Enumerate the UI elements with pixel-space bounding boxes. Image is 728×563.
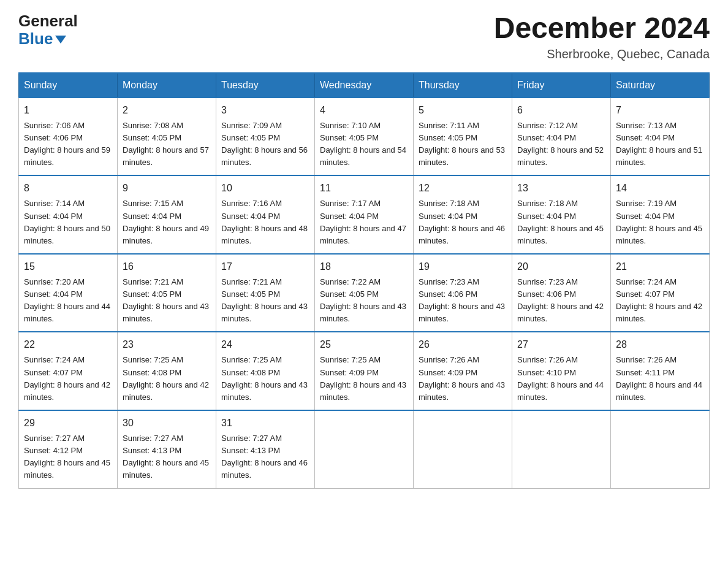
logo-general-text: General: [18, 12, 78, 30]
day-number: 15: [24, 259, 112, 274]
day-info: Sunrise: 7:08 AMSunset: 4:05 PMDaylight:…: [123, 121, 209, 167]
logo-arrow-icon: [55, 36, 66, 44]
calendar-cell: 23 Sunrise: 7:25 AMSunset: 4:08 PMDaylig…: [118, 332, 216, 410]
day-number: 14: [616, 181, 704, 196]
calendar-cell: 27 Sunrise: 7:26 AMSunset: 4:10 PMDaylig…: [512, 332, 611, 410]
day-number: 7: [616, 103, 704, 118]
day-info: Sunrise: 7:10 AMSunset: 4:05 PMDaylight:…: [320, 121, 406, 167]
day-info: Sunrise: 7:06 AMSunset: 4:06 PMDaylight:…: [24, 121, 110, 167]
calendar-cell: 6 Sunrise: 7:12 AMSunset: 4:04 PMDayligh…: [512, 98, 611, 176]
day-number: 28: [616, 337, 704, 352]
calendar-day-header-wednesday: Wednesday: [315, 73, 414, 98]
calendar-week-row: 29 Sunrise: 7:27 AMSunset: 4:12 PMDaylig…: [19, 410, 710, 488]
day-info: Sunrise: 7:15 AMSunset: 4:04 PMDaylight:…: [123, 199, 209, 245]
day-number: 17: [221, 259, 309, 274]
day-info: Sunrise: 7:16 AMSunset: 4:04 PMDaylight:…: [221, 199, 308, 245]
calendar-cell: 13 Sunrise: 7:18 AMSunset: 4:04 PMDaylig…: [512, 175, 611, 254]
calendar-cell: 22 Sunrise: 7:24 AMSunset: 4:07 PMDaylig…: [19, 332, 118, 410]
calendar-week-row: 1 Sunrise: 7:06 AMSunset: 4:06 PMDayligh…: [19, 98, 710, 176]
calendar-cell: 9 Sunrise: 7:15 AMSunset: 4:04 PMDayligh…: [118, 175, 216, 254]
calendar-cell: 8 Sunrise: 7:14 AMSunset: 4:04 PMDayligh…: [19, 175, 118, 254]
calendar-day-header-thursday: Thursday: [414, 73, 512, 98]
calendar-cell: 10 Sunrise: 7:16 AMSunset: 4:04 PMDaylig…: [216, 175, 315, 254]
day-number: 20: [517, 259, 605, 274]
day-info: Sunrise: 7:09 AMSunset: 4:05 PMDaylight:…: [221, 121, 308, 167]
day-number: 18: [320, 259, 408, 274]
calendar-cell: 14 Sunrise: 7:19 AMSunset: 4:04 PMDaylig…: [611, 175, 710, 254]
day-info: Sunrise: 7:27 AMSunset: 4:13 PMDaylight:…: [123, 434, 209, 480]
calendar-day-header-saturday: Saturday: [611, 73, 710, 98]
day-number: 19: [419, 259, 507, 274]
day-info: Sunrise: 7:13 AMSunset: 4:04 PMDaylight:…: [616, 121, 702, 167]
calendar-cell: [611, 410, 710, 488]
calendar-day-header-monday: Monday: [118, 73, 216, 98]
calendar-cell: 11 Sunrise: 7:17 AMSunset: 4:04 PMDaylig…: [315, 175, 414, 254]
calendar-cell: 16 Sunrise: 7:21 AMSunset: 4:05 PMDaylig…: [118, 254, 216, 332]
day-number: 30: [123, 416, 211, 431]
day-number: 29: [24, 416, 112, 431]
day-info: Sunrise: 7:21 AMSunset: 4:05 PMDaylight:…: [221, 277, 308, 323]
day-info: Sunrise: 7:11 AMSunset: 4:05 PMDaylight:…: [419, 121, 505, 167]
calendar-cell: 30 Sunrise: 7:27 AMSunset: 4:13 PMDaylig…: [118, 410, 216, 488]
day-info: Sunrise: 7:14 AMSunset: 4:04 PMDaylight:…: [24, 199, 110, 245]
calendar-cell: [315, 410, 414, 488]
day-number: 4: [320, 103, 408, 118]
calendar-day-header-friday: Friday: [512, 73, 611, 98]
day-number: 9: [123, 181, 211, 196]
month-title: December 2024: [494, 12, 710, 45]
calendar-day-header-tuesday: Tuesday: [216, 73, 315, 98]
calendar-day-header-sunday: Sunday: [19, 73, 118, 98]
calendar-week-row: 22 Sunrise: 7:24 AMSunset: 4:07 PMDaylig…: [19, 332, 710, 410]
day-number: 22: [24, 337, 112, 352]
day-number: 26: [419, 337, 507, 352]
calendar-cell: 17 Sunrise: 7:21 AMSunset: 4:05 PMDaylig…: [216, 254, 315, 332]
day-number: 11: [320, 181, 408, 196]
day-info: Sunrise: 7:22 AMSunset: 4:05 PMDaylight:…: [320, 277, 406, 323]
day-number: 13: [517, 181, 605, 196]
calendar-cell: 4 Sunrise: 7:10 AMSunset: 4:05 PMDayligh…: [315, 98, 414, 176]
calendar-cell: 19 Sunrise: 7:23 AMSunset: 4:06 PMDaylig…: [414, 254, 512, 332]
calendar-cell: 7 Sunrise: 7:13 AMSunset: 4:04 PMDayligh…: [611, 98, 710, 176]
day-info: Sunrise: 7:26 AMSunset: 4:11 PMDaylight:…: [616, 355, 702, 401]
day-number: 21: [616, 259, 704, 274]
day-number: 12: [419, 181, 507, 196]
day-info: Sunrise: 7:17 AMSunset: 4:04 PMDaylight:…: [320, 199, 406, 245]
day-info: Sunrise: 7:18 AMSunset: 4:04 PMDaylight:…: [517, 199, 604, 245]
calendar-cell: 24 Sunrise: 7:25 AMSunset: 4:08 PMDaylig…: [216, 332, 315, 410]
calendar-cell: 20 Sunrise: 7:23 AMSunset: 4:06 PMDaylig…: [512, 254, 611, 332]
calendar-cell: 29 Sunrise: 7:27 AMSunset: 4:12 PMDaylig…: [19, 410, 118, 488]
day-number: 2: [123, 103, 211, 118]
day-info: Sunrise: 7:18 AMSunset: 4:04 PMDaylight:…: [419, 199, 505, 245]
day-info: Sunrise: 7:25 AMSunset: 4:08 PMDaylight:…: [221, 355, 308, 401]
calendar-cell: 12 Sunrise: 7:18 AMSunset: 4:04 PMDaylig…: [414, 175, 512, 254]
day-info: Sunrise: 7:24 AMSunset: 4:07 PMDaylight:…: [616, 277, 702, 323]
calendar-cell: 1 Sunrise: 7:06 AMSunset: 4:06 PMDayligh…: [19, 98, 118, 176]
day-number: 5: [419, 103, 507, 118]
location-subtitle: Sherbrooke, Quebec, Canada: [494, 47, 710, 61]
title-block: December 2024 Sherbrooke, Quebec, Canada: [494, 12, 710, 61]
logo-blue-text: Blue: [18, 30, 53, 48]
calendar-cell: 28 Sunrise: 7:26 AMSunset: 4:11 PMDaylig…: [611, 332, 710, 410]
day-number: 27: [517, 337, 605, 352]
day-number: 8: [24, 181, 112, 196]
day-info: Sunrise: 7:26 AMSunset: 4:10 PMDaylight:…: [517, 355, 604, 401]
day-number: 25: [320, 337, 408, 352]
day-info: Sunrise: 7:23 AMSunset: 4:06 PMDaylight:…: [419, 277, 505, 323]
calendar-header-row: SundayMondayTuesdayWednesdayThursdayFrid…: [19, 73, 710, 98]
calendar-week-row: 8 Sunrise: 7:14 AMSunset: 4:04 PMDayligh…: [19, 175, 710, 254]
calendar-cell: 31 Sunrise: 7:27 AMSunset: 4:13 PMDaylig…: [216, 410, 315, 488]
day-info: Sunrise: 7:19 AMSunset: 4:04 PMDaylight:…: [616, 199, 702, 245]
day-info: Sunrise: 7:20 AMSunset: 4:04 PMDaylight:…: [24, 277, 110, 323]
day-number: 10: [221, 181, 309, 196]
day-number: 1: [24, 103, 112, 118]
day-info: Sunrise: 7:24 AMSunset: 4:07 PMDaylight:…: [24, 355, 110, 401]
calendar-cell: [414, 410, 512, 488]
day-number: 31: [221, 416, 309, 431]
page-header: General Blue December 2024 Sherbrooke, Q…: [18, 12, 710, 61]
calendar-cell: 3 Sunrise: 7:09 AMSunset: 4:05 PMDayligh…: [216, 98, 315, 176]
logo: General Blue: [18, 12, 78, 47]
day-info: Sunrise: 7:23 AMSunset: 4:06 PMDaylight:…: [517, 277, 604, 323]
calendar-cell: 21 Sunrise: 7:24 AMSunset: 4:07 PMDaylig…: [611, 254, 710, 332]
day-info: Sunrise: 7:27 AMSunset: 4:12 PMDaylight:…: [24, 434, 110, 480]
day-number: 23: [123, 337, 211, 352]
